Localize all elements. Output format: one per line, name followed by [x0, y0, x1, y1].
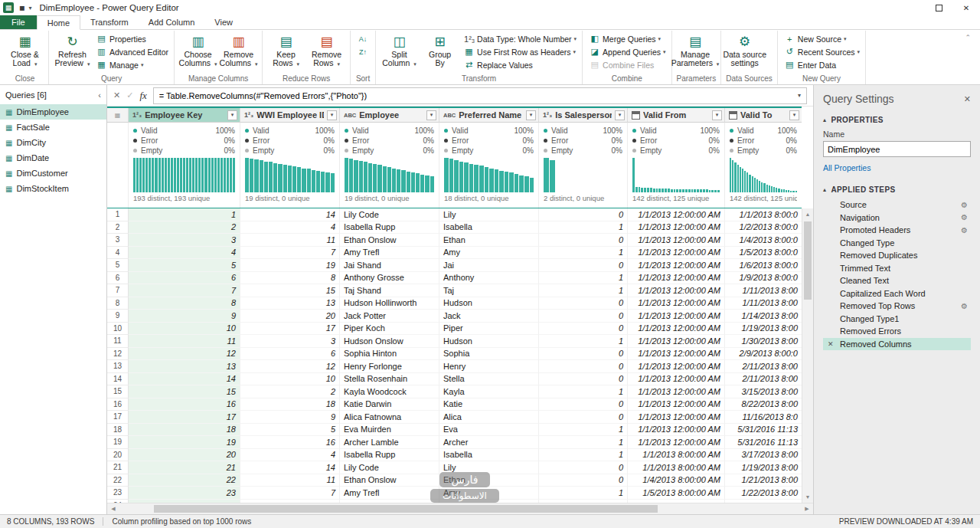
cell-employee[interactable]: Kayla Woodcock	[340, 385, 439, 398]
applied-step-removed-top-rows[interactable]: Removed Top Rows⚙	[823, 300, 971, 313]
row-number[interactable]: 17	[107, 411, 129, 424]
cell-wwi-employee-id[interactable]: 2	[240, 385, 340, 398]
cell-employee[interactable]: Taj Shand	[340, 284, 439, 297]
cell-employee-key[interactable]: 5	[129, 259, 240, 272]
filter-dropdown-icon[interactable]: ▾	[227, 110, 237, 120]
column-header-is-salesperson[interactable]: 1²₃Is Salesperson▾	[539, 108, 628, 123]
row-number[interactable]: 14	[107, 373, 129, 386]
cell-valid-to[interactable]: 2/11/2013 8:00	[725, 373, 802, 386]
cell-preferred-name[interactable]: Stella	[439, 373, 539, 386]
applied-step-promoted-headers[interactable]: Promoted Headers⚙	[823, 224, 971, 237]
cell-valid-to[interactable]: 1/11/2013 8:00	[725, 284, 802, 297]
cell-wwi-employee-id[interactable]: 14	[240, 208, 340, 221]
cell-valid-from[interactable]: 1/1/2013 12:00:00 AM	[628, 323, 725, 336]
cell-wwi-employee-id[interactable]: 19	[240, 259, 340, 272]
query-item-dimcity[interactable]: ▦DimCity	[0, 135, 106, 150]
cell-employee-key[interactable]: 9	[129, 310, 240, 323]
cell-preferred-name[interactable]: Archer	[439, 436, 539, 449]
cell-employee-key[interactable]: 19	[129, 436, 240, 449]
cell-employee[interactable]: Anthony Grosse	[340, 272, 439, 285]
cell-employee[interactable]: Katie Darwin	[340, 398, 439, 412]
cell-valid-to[interactable]: 5/31/2016 11:13	[725, 436, 802, 449]
row-number[interactable]: 13	[107, 360, 129, 373]
filter-dropdown-icon[interactable]: ▾	[426, 110, 436, 120]
row-number[interactable]: 20	[107, 449, 129, 462]
cell-preferred-name[interactable]: Taj	[439, 284, 539, 297]
cell-employee[interactable]: Jack Potter	[340, 310, 439, 323]
row-number[interactable]: 3	[107, 234, 129, 247]
column-header-valid-from[interactable]: Valid From▾	[628, 108, 725, 123]
row-number[interactable]: 16	[107, 398, 129, 412]
cell-valid-to[interactable]: 1/6/2013 8:00:0	[725, 259, 802, 272]
cell-is-salesperson[interactable]: 0	[539, 411, 628, 424]
cell-wwi-employee-id[interactable]: 18	[240, 398, 340, 412]
cell-preferred-name[interactable]: Alica	[439, 411, 539, 424]
cell-valid-from[interactable]: 1/1/2013 12:00:00 AM	[628, 310, 725, 323]
cell-employee-key[interactable]: 17	[129, 411, 240, 424]
cell-valid-to[interactable]: 8/22/2013 8:00	[725, 398, 802, 412]
cell-valid-from[interactable]: 1/1/2013 12:00:00 AM	[628, 360, 725, 373]
data-source-settings-button[interactable]: ⚙Data sourcesettings	[724, 32, 765, 67]
sort-descending-button[interactable]: Z↑	[354, 45, 372, 58]
cell-valid-from[interactable]: 1/1/2013 12:00:00 AM	[628, 411, 725, 424]
cell-preferred-name[interactable]: Jack	[439, 310, 539, 323]
applied-step-removed-columns[interactable]: ✕Removed Columns	[823, 338, 971, 351]
cell-is-salesperson[interactable]: 1	[539, 221, 628, 234]
cell-preferred-name[interactable]: Kayla	[439, 385, 539, 398]
scroll-left-icon[interactable]: ◀	[107, 503, 119, 514]
cell-valid-from[interactable]: 1/1/2013 12:00:00 AM	[628, 373, 725, 386]
cell-employee[interactable]: Hudson Hollinworth	[340, 297, 439, 310]
cell-valid-from[interactable]	[628, 500, 725, 503]
column-header-employee-key[interactable]: 1²₃Employee Key▾	[129, 108, 240, 123]
cell-wwi-employee-id[interactable]: 11	[240, 234, 340, 247]
cell-is-salesperson[interactable]: 1	[539, 247, 628, 260]
cell-preferred-name[interactable]: Henry	[439, 360, 539, 373]
use-first-row-as-headers-button[interactable]: ▦Use First Row as Headers▾	[462, 45, 579, 58]
cell-employee-key[interactable]: 15	[129, 385, 240, 398]
close-query-settings-icon[interactable]: ✕	[964, 94, 971, 104]
cell-wwi-employee-id[interactable]: 13	[240, 297, 340, 310]
cell-valid-from[interactable]: 1/1/2013 12:00:00 AM	[628, 335, 725, 348]
cell-employee[interactable]	[340, 500, 439, 503]
remove-rows-button[interactable]: ▤RemoveRows ▾	[306, 32, 347, 68]
cell-valid-to[interactable]: 1/30/2013 8:00	[725, 335, 802, 348]
cell-employee-key[interactable]: 8	[129, 297, 240, 310]
recent-sources-button[interactable]: ↺Recent Sources▾	[782, 45, 862, 58]
query-item-dimstockitem[interactable]: ▦DimStockItem	[0, 181, 106, 196]
cell-valid-to[interactable]: 1/14/2013 8:00	[725, 310, 802, 323]
restore-window-button[interactable]	[925, 0, 952, 15]
cell-employee-key[interactable]: 21	[129, 461, 240, 474]
cell-wwi-employee-id[interactable]: 6	[240, 348, 340, 361]
row-number[interactable]: 12	[107, 348, 129, 361]
cell-valid-from[interactable]: 1/1/2013 12:00:00 AM	[628, 272, 725, 285]
applied-step-trimmed-text[interactable]: Trimmed Text	[823, 262, 971, 275]
cell-wwi-employee-id[interactable]: 8	[240, 272, 340, 285]
cell-valid-to[interactable]: 1/19/2013 8:00	[725, 323, 802, 336]
status-profiling-info[interactable]: Column profiling based on top 1000 rows	[112, 517, 251, 526]
choose-columns-button[interactable]: ▥ChooseColumns ▾	[178, 32, 218, 68]
cell-valid-from[interactable]: 1/1/2013 12:00:00 AM	[628, 284, 725, 297]
cell-valid-from[interactable]: 1/5/2013 8:00:00 AM	[628, 487, 725, 500]
cell-employee[interactable]: Ethan Onslow	[340, 474, 439, 487]
cell-employee[interactable]: Lily Code	[340, 461, 439, 474]
horizontal-scroll-track[interactable]	[119, 503, 801, 514]
cell-is-salesperson[interactable]: 1	[539, 436, 628, 449]
cell-wwi-employee-id[interactable]: 4	[240, 221, 340, 234]
row-number[interactable]: 18	[107, 424, 129, 437]
cell-valid-from[interactable]: 1/1/2013 12:00:00 AM	[628, 247, 725, 260]
applied-step-changed-type[interactable]: Changed Type	[823, 237, 971, 250]
row-number[interactable]: 19	[107, 436, 129, 449]
remove-columns-button[interactable]: ▥RemoveColumns ▾	[218, 32, 259, 68]
cell-employee[interactable]: Hudson Onslow	[340, 335, 439, 348]
cell-employee-key[interactable]: 2	[129, 221, 240, 234]
vertical-scroll-thumb[interactable]	[804, 221, 812, 300]
cell-employee-key[interactable]: 12	[129, 348, 240, 361]
expand-formula-bar-icon[interactable]: ▾	[798, 92, 801, 99]
cell-valid-to[interactable]: 1/1/2013 8:00:0	[725, 208, 802, 221]
cell-is-salesperson[interactable]: 0	[539, 234, 628, 247]
cell-employee-key[interactable]: 1	[129, 208, 240, 221]
cell-wwi-employee-id[interactable]: 5	[240, 424, 340, 437]
row-number[interactable]: 4	[107, 247, 129, 260]
vertical-scrollbar[interactable]: ▲ ▼	[802, 208, 813, 503]
cell-preferred-name[interactable]: Hudson	[439, 297, 539, 310]
